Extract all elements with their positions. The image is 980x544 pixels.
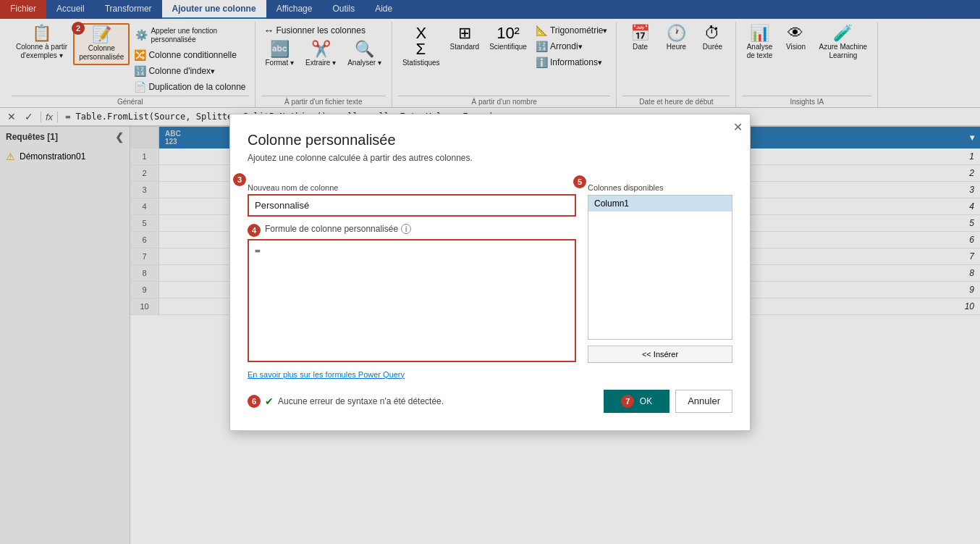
ok-button[interactable]: 7 OK	[604, 390, 669, 413]
column-name-input[interactable]	[248, 194, 576, 217]
dialog-left: 3 Nouveau nom de colonne 4 Formule de co…	[248, 173, 576, 380]
formula-field-label: Formule de colonne personnalisée i	[265, 224, 411, 234]
checkmark-icon: ✔	[265, 396, 274, 407]
dialog-close-button[interactable]: ✕	[733, 120, 743, 134]
formula-label-row: 4 Formule de colonne personnalisée i	[248, 224, 576, 237]
badge-5: 5	[573, 175, 586, 188]
columns-list: Column1	[588, 195, 732, 340]
ok-button-label: OK	[640, 396, 652, 406]
dialog-footer: 6 ✔ Aucune erreur de syntaxe n'a été dét…	[248, 390, 732, 413]
badge-6: 6	[248, 395, 261, 408]
insert-button[interactable]: << Insérer	[588, 346, 732, 363]
dialog-body: 3 Nouveau nom de colonne 4 Formule de co…	[248, 173, 732, 380]
dialog-colonne-personnalisee: ✕ Colonne personnalisée Ajoutez une colo…	[229, 114, 751, 431]
formula-info-icon: i	[401, 224, 411, 234]
power-query-link[interactable]: En savoir plus sur les formules Power Qu…	[248, 370, 405, 379]
no-error-message: 6 ✔ Aucune erreur de syntaxe n'a été dét…	[248, 395, 444, 408]
badge-7: 7	[621, 395, 634, 408]
dialog-title: Colonne personnalisée	[248, 132, 732, 148]
dialog-subtitle: Ajoutez une colonne calculée à partir de…	[248, 153, 732, 163]
dialog-right: 5 Colonnes disponibles Column1 << Insére…	[588, 173, 732, 380]
columns-list-item[interactable]: Column1	[588, 196, 732, 212]
available-columns-label: Colonnes disponibles	[588, 183, 732, 192]
formula-textarea[interactable]: =	[248, 239, 576, 362]
no-error-text: Aucune erreur de syntaxe n'a été détecté…	[278, 396, 444, 406]
footer-buttons: 7 OK Annuler	[604, 390, 732, 413]
column-name-field-label: Nouveau nom de colonne	[248, 183, 576, 192]
badge-3: 3	[233, 173, 246, 186]
badge-4: 4	[248, 224, 261, 237]
cancel-button[interactable]: Annuler	[675, 390, 732, 413]
dialog-overlay: ✕ Colonne personnalisée Ajoutez une colo…	[0, 0, 980, 544]
